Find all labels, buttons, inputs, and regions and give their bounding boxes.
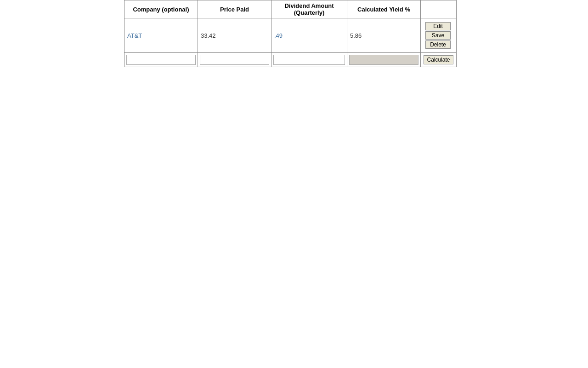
company-value: AT&T (127, 32, 142, 39)
edit-button[interactable]: Edit (425, 22, 451, 30)
header-dividend: Dividend Amount (Quarterly) (271, 0, 347, 18)
calculate-button[interactable]: Calculate (424, 55, 453, 64)
header-company: Company (optional) (124, 0, 198, 18)
input-cell-company (124, 53, 198, 67)
delete-button[interactable]: Delete (425, 40, 451, 49)
dividend-value: .49 (274, 32, 283, 39)
input-cell-yield (347, 53, 421, 67)
yield-input (349, 55, 418, 65)
price-input[interactable] (200, 55, 269, 65)
input-row: Calculate (124, 53, 457, 67)
dividend-yield-table: Company (optional) Price Paid Dividend A… (124, 0, 457, 67)
header-price: Price Paid (198, 0, 271, 18)
main-container: Company (optional) Price Paid Dividend A… (0, 0, 588, 67)
cell-yield: 5.86 (347, 18, 421, 53)
save-button[interactable]: Save (425, 31, 451, 40)
cell-price: 33.42 (198, 18, 271, 53)
input-cell-price (198, 53, 271, 67)
table-row: AT&T 33.42 .49 5.86 Edit Save Delete (124, 18, 457, 53)
action-buttons: Edit Save Delete (424, 20, 453, 51)
input-cell-actions: Calculate (421, 53, 457, 67)
dividend-input[interactable] (273, 55, 345, 65)
price-value: 33.42 (201, 32, 216, 39)
company-input[interactable] (126, 55, 196, 65)
header-actions (421, 0, 457, 18)
cell-dividend: .49 (271, 18, 347, 53)
header-yield: Calculated Yield % (347, 0, 421, 18)
cell-actions: Edit Save Delete (421, 18, 457, 53)
input-cell-dividend (271, 53, 347, 67)
yield-value: 5.86 (350, 32, 362, 39)
cell-company: AT&T (124, 18, 198, 53)
